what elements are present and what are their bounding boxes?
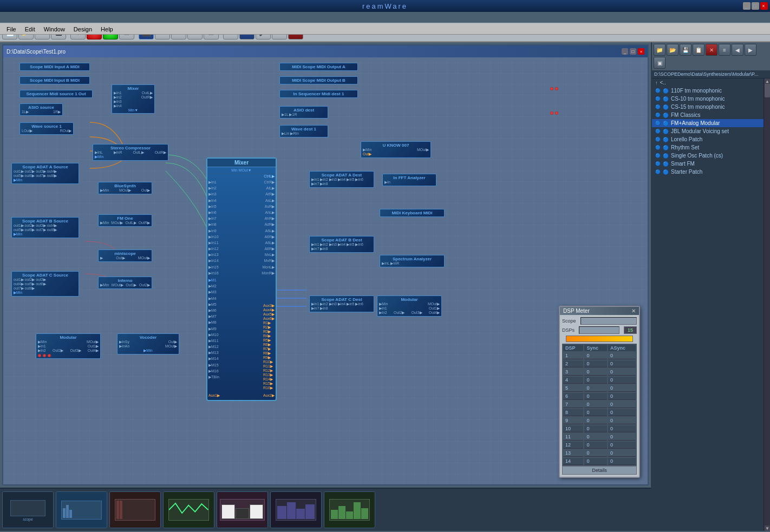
asio-dest-module[interactable]: ASIO dest ▶1L ▶1R bbox=[279, 106, 328, 119]
file-item-<..[interactable]: ↑<.. bbox=[652, 78, 764, 87]
menu-design[interactable]: Design bbox=[69, 25, 96, 34]
led-red-c bbox=[48, 354, 51, 357]
file-label: <.. bbox=[660, 80, 666, 86]
adat-a-dest-module[interactable]: Scope ADAT A Dest ▶in1 ▶in2 ▶in3 ▶in4 ▶i… bbox=[309, 171, 374, 188]
blue-synth-module[interactable]: BlueSynth ▶MinMOut▶Out▶ bbox=[98, 182, 152, 194]
midi-output-b-module[interactable]: MIDI Scope MIDI Output B bbox=[279, 76, 358, 84]
rt-save-btn[interactable]: 💾 bbox=[680, 44, 691, 56]
file-icon: 🔵 bbox=[663, 145, 669, 150]
uknow-module[interactable]: U KNOW 007 ▶MinMOut▶ Out▶ bbox=[361, 141, 431, 158]
led-red-a bbox=[38, 354, 41, 357]
file-list: ▲ ▼ ↑<..🔵110F tm monophonic🔵CS-10 tm mon… bbox=[652, 78, 770, 531]
wave-dest-module[interactable]: Wave dest 1 ▶Lin ▶Rin bbox=[279, 125, 328, 137]
inferno-module[interactable]: Inferno ▶MinMOut▶Out1▶Out2▶ bbox=[98, 277, 152, 289]
asio-source-module[interactable]: ASIO source 1L▶1R▶ bbox=[19, 103, 63, 116]
rt-new-btn[interactable]: 📁 bbox=[654, 44, 665, 56]
seq-midi-source-module[interactable]: Sequencer Midi source 1 Out bbox=[19, 90, 93, 98]
rt-list-btn[interactable]: ≡ bbox=[719, 44, 730, 56]
adat-b-source-module[interactable]: Scope ADAT B Source out1▶ out2▶ out3▶ ou… bbox=[11, 217, 79, 238]
midi-keyboard-module[interactable]: MIDI Keyboard MIDI bbox=[380, 209, 445, 217]
adat-c-dest-module[interactable]: Scope ADAT C Dest ▶in1 ▶in2 ▶in3 ▶in4 ▶i… bbox=[309, 295, 374, 312]
taskbar-item-2[interactable] bbox=[109, 491, 161, 528]
menu-edit[interactable]: Edit bbox=[21, 25, 40, 34]
file-item-lorello-patch[interactable]: 🔵Lorello Patch bbox=[652, 135, 764, 143]
fft-analyzer-module[interactable]: In FFT Analyzer ▶In bbox=[382, 174, 436, 186]
file-item-fm-classics[interactable]: 🔵FM Classics bbox=[652, 111, 764, 119]
dsp-col-dsp: DSP bbox=[563, 345, 583, 351]
seq-midi-dest-module[interactable]: In Sequencer Midi dest 1 bbox=[279, 90, 358, 98]
taskbar-item-0[interactable]: scope bbox=[2, 491, 54, 528]
taskbar-item-4[interactable] bbox=[217, 491, 268, 528]
connections-overlay bbox=[3, 57, 648, 484]
rt-settings-btn[interactable]: ▣ bbox=[654, 57, 665, 69]
wave-source-module[interactable]: Wave source 1 LOut▶ROut▶ bbox=[19, 122, 74, 135]
maximize-button[interactable]: □ bbox=[752, 2, 759, 10]
dsp-details-button[interactable]: Details bbox=[562, 466, 637, 475]
table-row: 1300 bbox=[563, 450, 636, 457]
file-label: Rhythm Set bbox=[671, 145, 699, 150]
stereo-compressor-module[interactable]: Stereo Compressor ▶InL▶InROutL▶OutR▶ ▶Mi… bbox=[93, 144, 168, 161]
file-item-cs-10-tm-monophonic[interactable]: 🔵CS-10 tm monophonic bbox=[652, 95, 764, 103]
file-item-single-osc-patch-(cs)[interactable]: 🔵Single Osc Patch (cs) bbox=[652, 152, 764, 160]
file-icon: ↑ bbox=[655, 80, 658, 86]
led-cluster-2 bbox=[550, 111, 558, 115]
adat-b-dest-module[interactable]: Scope ADAT B Dest ▶in1 ▶in2 ▶in3 ▶in4 ▶i… bbox=[309, 236, 374, 253]
file-item-cs-15-tm-monophonic[interactable]: 🔵CS-15 tm monophonic bbox=[652, 103, 764, 111]
file-icon: 🔵 bbox=[663, 113, 669, 118]
rt-delete-btn[interactable]: ✕ bbox=[706, 44, 717, 56]
mixer-small-module[interactable]: Mixer ▶In1OutL▶ ▶In2OutR▶ ▶In3 ▶In4 Min▼ bbox=[112, 84, 155, 114]
file-item-110f-tm-monophonic[interactable]: 🔵110F tm monophonic bbox=[652, 87, 764, 95]
rt-prev-btn[interactable]: ◀ bbox=[732, 44, 743, 56]
rt-open-btn[interactable]: 📂 bbox=[667, 44, 678, 56]
modular-a-module[interactable]: Modular ▶MinMOut▶ ▶In1Out1▶ ▶In2Out2▶Out… bbox=[36, 333, 101, 359]
close-button[interactable]: × bbox=[760, 2, 768, 10]
dsp-meter-close[interactable]: ✕ bbox=[631, 308, 636, 314]
vocoder-module[interactable]: Vocoder ▶InSyOut▶ ▶InAnMOut▶ ▶Min bbox=[117, 333, 179, 354]
file-icon: 🔵 bbox=[663, 88, 669, 94]
dsp-meter-window: DSP Meter ✕ Scope DSPs 15 DSP Sync ASync… bbox=[559, 306, 640, 478]
adat-c-source-module[interactable]: Scope ADAT C Source out1▶ out2▶ out3▶ ou… bbox=[11, 271, 79, 297]
file-icon: 🔵 bbox=[663, 104, 669, 110]
miniscope-module[interactable]: miniscope ▶Out▶MOut▶ bbox=[98, 249, 152, 262]
scope-input[interactable] bbox=[580, 317, 637, 325]
scroll-down-btn[interactable]: ▼ bbox=[765, 526, 770, 531]
modular-b-module[interactable]: Modular ▶MinMOut▶ ▶In1Out1▶ ▶In2Out2▶Out… bbox=[377, 295, 442, 317]
file-item-starter-patch[interactable]: 🔵Starter Patch bbox=[652, 168, 764, 176]
doc-minimize[interactable]: _ bbox=[622, 48, 628, 55]
taskbar-item-6[interactable] bbox=[324, 491, 375, 528]
menu-file[interactable]: File bbox=[2, 25, 21, 34]
file-item-fm+analog-modular[interactable]: 🔵FM+Analog Modular bbox=[652, 119, 764, 127]
adat-a-source-module[interactable]: Scope ADAT A Source out1▶ out2▶ out3▶ ou… bbox=[11, 163, 79, 184]
table-row: 500 bbox=[563, 385, 636, 392]
scroll-up-btn[interactable]: ▲ bbox=[765, 78, 770, 84]
file-item-rhythm-set[interactable]: 🔵Rhythm Set bbox=[652, 143, 764, 152]
file-label: Lorello Patch bbox=[671, 136, 702, 142]
spectrum-analyzer-module[interactable]: Spectrum Analyzer ▶InL ▶InR bbox=[380, 255, 445, 267]
main-mixer-module[interactable]: Mixer Min MOut▼ CtrlL▶ ▶In1CtrR▶ ▶In2AtL… bbox=[206, 157, 277, 401]
table-row: 1000 bbox=[563, 425, 636, 432]
midi-input-a-module[interactable]: Scope MIDI Input A MIDI bbox=[19, 63, 90, 71]
file-item-jbl-modular-voicing-set[interactable]: 🔵JBL Modular Voicing set bbox=[652, 127, 764, 135]
scope-label: Scope bbox=[562, 318, 576, 324]
rt-next-btn[interactable]: ▶ bbox=[745, 44, 756, 56]
midi-output-a-module[interactable]: MIDI Scope MIDI Output A bbox=[279, 63, 358, 71]
midi-input-b-module[interactable]: Scope MIDI Input B MIDI bbox=[19, 76, 90, 84]
taskbar-item-3[interactable] bbox=[163, 491, 214, 528]
table-row: 100 bbox=[563, 352, 636, 359]
file-label: Smart FM bbox=[671, 161, 695, 167]
dsp-usage-bar bbox=[566, 336, 633, 342]
taskbar-item-1[interactable] bbox=[56, 491, 107, 528]
file-label: CS-15 tm monophonic bbox=[671, 104, 725, 110]
rt-copy-btn[interactable]: 📋 bbox=[693, 44, 704, 56]
doc-maximize[interactable]: □ bbox=[630, 48, 636, 55]
doc-close[interactable]: × bbox=[638, 48, 644, 55]
minimize-button[interactable]: _ bbox=[743, 2, 751, 10]
taskbar-item-5[interactable] bbox=[270, 491, 322, 528]
menu-window[interactable]: Window bbox=[40, 25, 69, 34]
fm-one-module[interactable]: FM One ▶MinMOut▶OutL▶OutR▶ bbox=[98, 214, 152, 227]
table-row: 1100 bbox=[563, 434, 636, 441]
file-item-smart-fm[interactable]: 🔵Smart FM bbox=[652, 160, 764, 168]
menu-help[interactable]: Help bbox=[96, 25, 118, 34]
file-icon: 🔵 bbox=[663, 121, 669, 126]
file-icon: 🔵 bbox=[663, 161, 669, 167]
